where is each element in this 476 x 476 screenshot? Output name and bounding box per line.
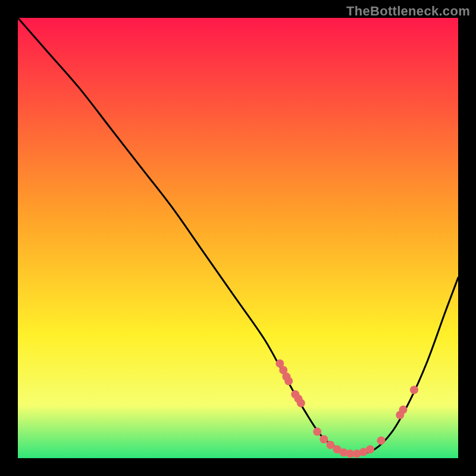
- marker-point: [284, 377, 293, 386]
- chart-stage: TheBottleneck.com: [0, 0, 476, 476]
- plot-area: [18, 18, 458, 458]
- marker-point: [313, 428, 321, 436]
- gradient-background: [18, 18, 458, 458]
- chart-svg: [18, 18, 458, 458]
- marker-point: [366, 445, 374, 453]
- marker-point: [377, 436, 386, 444]
- marker-point: [320, 435, 328, 443]
- marker-point: [297, 399, 305, 408]
- watermark-text: TheBottleneck.com: [346, 4, 470, 19]
- marker-point: [399, 406, 408, 414]
- marker-point: [410, 386, 418, 394]
